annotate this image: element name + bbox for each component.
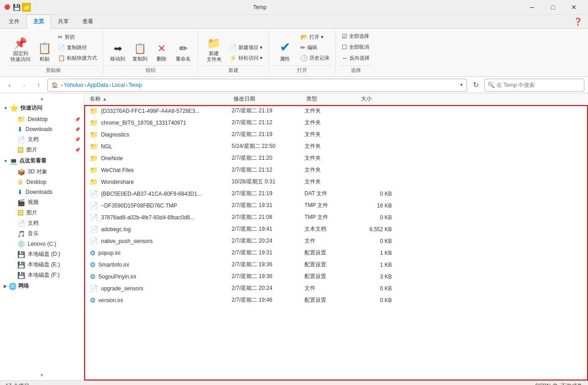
address-path[interactable]: 🏠 › Yoholuo › AppData › Local › Temp ▾: [47, 79, 467, 91]
table-row[interactable]: ⚙ SogouPinyin.ini 2/7/星期二 19:36 配置设置 3 K…: [84, 271, 588, 283]
status-credit: CSDN @_不做咸鱼: [535, 382, 583, 385]
cut-button[interactable]: ✂剪切: [56, 32, 99, 42]
search-box[interactable]: 🔍: [484, 79, 584, 91]
file-icon-7: 📄: [90, 190, 98, 198]
new-folder-button[interactable]: 📁 新建文件夹: [202, 35, 226, 65]
file-type-12: 配置设置: [304, 249, 359, 257]
sidebar-item-video[interactable]: 🎬 视频: [0, 197, 84, 208]
sidebar-item-music[interactable]: 🎵 音乐: [0, 228, 84, 239]
tab-file[interactable]: 文件: [2, 15, 26, 29]
col-header-date[interactable]: 修改日期: [232, 95, 304, 103]
breadcrumb-temp[interactable]: Temp: [128, 82, 142, 88]
copy-to-button[interactable]: 📋复制到: [129, 41, 151, 65]
table-row[interactable]: 📄 ~DF3590D15F08FBD76C.TMP 2/7/星期二 19:31 …: [84, 200, 588, 212]
table-row[interactable]: 📄 {BBC5E0ED-AB37-41CA-80F9-6843D1... 2/7…: [84, 188, 588, 200]
path-dropdown-icon[interactable]: ▾: [460, 82, 463, 88]
new-item-button[interactable]: 📄新建项目 ▾: [227, 43, 265, 52]
sidebar-item-3dobjects[interactable]: 📦 3D 对象: [0, 167, 84, 177]
sidebar-item-desktop-pc[interactable]: 🖥 Desktop: [0, 177, 84, 187]
table-row[interactable]: ⚙ SmartInfo.ini 2/7/星期二 19:36 配置设置 1 KB: [84, 259, 588, 271]
tab-home[interactable]: 主页: [26, 15, 51, 29]
sidebar-section-thispc[interactable]: ▼ 💻 点这里看看: [0, 155, 84, 167]
sidebar-item-docs-pc[interactable]: 📄 文档: [0, 218, 84, 228]
file-date-16: 2/7/星期二 19:46: [232, 296, 304, 304]
select-none-button[interactable]: ☐全部取消: [340, 42, 372, 52]
search-icon: 🔍: [487, 81, 495, 88]
close-button[interactable]: ✕: [563, 0, 584, 15]
sidebar-section-network[interactable]: ▶ 🌐 网络: [0, 280, 84, 292]
quickaccess-arrow: ▼: [4, 106, 8, 111]
pin-to-quickaccess-button[interactable]: 📌 固定到快速访问: [7, 35, 34, 65]
drive-c-label: Lenovo (C:): [28, 241, 56, 247]
sidebar-item-drive-c[interactable]: 💿 Lenovo (C:): [0, 239, 84, 249]
file-name-0: 📁 {D33276AD-FFC1-499F-A4A8-5728E3...: [86, 107, 232, 115]
file-icon-14: ⚙: [90, 273, 96, 281]
properties-button[interactable]: ✔ 属性: [273, 37, 297, 65]
table-row[interactable]: 📁 {D33276AD-FFC1-499F-A4A8-5728E3... 2/7…: [84, 105, 588, 117]
tab-share[interactable]: 共享: [51, 15, 76, 29]
forward-button[interactable]: ›: [18, 79, 30, 91]
col-header-size[interactable]: 大小: [359, 95, 395, 103]
sidebar-item-desktop-quick[interactable]: 📁 Desktop 📌: [0, 114, 84, 124]
tab-view[interactable]: 查看: [76, 15, 100, 29]
table-row[interactable]: ⚙ popup.ini 2/7/星期二 19:31 配置设置 1 KB: [84, 247, 588, 259]
table-row[interactable]: 📁 NGL 5/24/星期二 22:50 文件夹: [84, 141, 588, 152]
rename-button[interactable]: ✏重命名: [172, 41, 194, 65]
breadcrumb-appdata[interactable]: AppData: [87, 82, 108, 88]
table-row[interactable]: 📄 adobegc.log 2/7/星期二 19:41 文本文档 6,552 K…: [84, 223, 588, 235]
file-name-2: 📁 Diagnostics: [86, 131, 232, 139]
table-row[interactable]: 📄 upgrade_sensors 2/7/星期二 20:24 文件 0 KB: [84, 283, 588, 294]
sidebar-item-pics-pc[interactable]: 🖼 图片: [0, 208, 84, 218]
table-row[interactable]: 📄 37876ad8-a02b-4fe7-93d4-6fbac0d8... 2/…: [84, 212, 588, 223]
delete-button[interactable]: ✕删除: [152, 41, 172, 65]
file-date-14: 2/7/星期二 19:36: [232, 273, 304, 280]
table-row[interactable]: 📁 WeChat Files 2/7/星期二 21:12 文件夹: [84, 164, 588, 176]
select-all-button[interactable]: ☑全部选择: [340, 31, 372, 41]
table-row[interactable]: 📁 Wondershare 10/28/星期五 0:31 文件夹: [84, 176, 588, 188]
table-row[interactable]: 📄 native_push_sensors 2/7/星期二 20:24 文件 0…: [84, 235, 588, 247]
maximize-button[interactable]: □: [542, 0, 563, 15]
thispc-label: 点这里看看: [19, 157, 46, 165]
file-type-9: TMP 文件: [304, 213, 359, 221]
music-icon: 🎵: [17, 230, 25, 238]
col-header-name[interactable]: 名称 ▲: [86, 95, 232, 103]
breadcrumb-yoholuo[interactable]: Yoholuo: [64, 82, 83, 88]
sidebar-section-quickaccess[interactable]: ▼ ⭐ 快速访问: [0, 102, 84, 114]
table-row[interactable]: ⚙ version.ini 2/7/星期二 19:46 配置设置 0 KB: [84, 294, 588, 306]
sidebar-item-docs-quick[interactable]: 📄 文档 📌: [0, 134, 84, 145]
sidebar-item-drive-e[interactable]: 💾 本地磁盘 (E:): [0, 259, 84, 270]
open-button[interactable]: 📂打开 ▾: [298, 32, 332, 42]
table-row[interactable]: 📁 OneNote 2/7/星期二 21:20 文件夹: [84, 152, 588, 164]
edit-button[interactable]: ✏编辑: [298, 43, 332, 52]
sidebar-item-pics-quick[interactable]: 🖼 图片 📌: [0, 145, 84, 155]
col-header-type[interactable]: 类型: [304, 95, 359, 103]
minimize-button[interactable]: ─: [522, 0, 542, 15]
file-date-5: 2/7/星期二 21:12: [232, 166, 304, 174]
copy-path-button[interactable]: 📄复制路径: [56, 43, 99, 52]
scroll-down-indicator[interactable]: ▼: [0, 372, 84, 379]
col-date-label: 修改日期: [233, 95, 255, 103]
sidebar-item-downloads-quick[interactable]: ⬇ Downloads 📌: [0, 124, 84, 134]
table-row[interactable]: 📁 chrome_BITS_18708_1331740971 2/7/星期二 2…: [84, 117, 588, 129]
sidebar-item-drive-d[interactable]: 💾 本地磁盘 (D:): [0, 249, 84, 259]
move-to-button[interactable]: ➡移动到: [107, 41, 128, 65]
breadcrumb-local[interactable]: Local: [112, 82, 125, 88]
easy-access-button[interactable]: ⚡轻松访问 ▾: [227, 53, 265, 63]
sidebar-item-downloads-pc[interactable]: ⬇ Downloads: [0, 187, 84, 197]
sidebar-item-drive-f[interactable]: 💾 本地磁盘 (F:): [0, 270, 84, 280]
up-button[interactable]: ↑: [33, 79, 45, 91]
invert-selection-button[interactable]: ↔反向选择: [340, 53, 372, 63]
table-row[interactable]: 📁 Diagnostics 2/7/星期二 21:19 文件夹: [84, 129, 588, 141]
paste-shortcut-button[interactable]: 📋粘贴快捷方式: [56, 53, 99, 63]
file-type-6: 文件夹: [304, 178, 359, 186]
ribbon-content: 📌 固定到快速访问 📋 粘贴 ✂剪切 📄复制路径: [0, 29, 588, 76]
ribbon-help-icon[interactable]: ❓: [573, 17, 583, 26]
file-size-8: 16 KB: [359, 203, 395, 209]
paste-button[interactable]: 📋 粘贴: [35, 40, 55, 65]
back-button[interactable]: ‹: [4, 79, 15, 91]
refresh-button[interactable]: ↻: [470, 79, 482, 91]
file-name-text-2: Diagnostics: [101, 132, 129, 138]
scroll-up-indicator[interactable]: ▲: [0, 95, 84, 102]
search-input[interactable]: [497, 82, 581, 88]
history-button[interactable]: 🕒历史记录: [298, 53, 332, 63]
